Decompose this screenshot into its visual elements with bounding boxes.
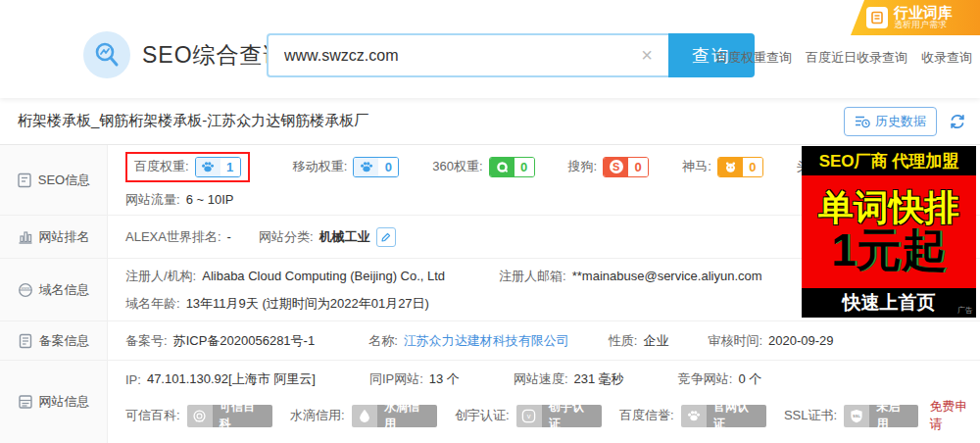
table-row-website: 网站信息 IP: 47.101.130.92[上海市 阿里云] 同IP网站: 1…: [0, 361, 980, 443]
ad-line4: 快速上首页: [843, 290, 936, 316]
ip-label: IP:: [125, 372, 141, 387]
free-apply-link[interactable]: 免费申请: [930, 398, 980, 433]
ssl-cert-label: SSL证书:: [784, 407, 837, 424]
header: SEO综合查询 × 查询 百度权重查询 百度近日收录查询 收录查询 行业词库 透…: [0, 0, 980, 98]
icp-audit-time-label: 审核时间:: [708, 332, 762, 350]
cert-badges-line: 可信百科: 可信百科 水滴信用:: [125, 398, 980, 433]
icp-company-link[interactable]: 江苏众力达建材科技有限公司: [404, 332, 569, 350]
history-data-button[interactable]: 历史数据: [844, 107, 937, 136]
mobile-weight-label: 移动权重:: [293, 158, 348, 175]
same-ip-sites-value: 13 个: [429, 370, 460, 388]
baidu-paw-icon: [196, 158, 220, 176]
baidu-reputation-badge-text: 官网认证: [707, 405, 766, 427]
sidebar-item-seo-info: SEO信息: [0, 145, 108, 215]
ad-line2: 单词快排: [818, 189, 959, 226]
sidebar-item-label: SEO信息: [38, 172, 90, 189]
document-icon: [18, 333, 33, 349]
link-baidu-weight-query[interactable]: 百度权重查询: [715, 49, 792, 67]
server-list-icon: [18, 394, 33, 410]
alexa-rank-value: -: [227, 229, 231, 244]
ip-value: 47.101.130.92[上海市 阿里云]: [147, 370, 316, 388]
sidebar-item-website-info: 网站信息: [0, 361, 108, 443]
waterdrop-credit-badge[interactable]: 水滴信用: [352, 405, 437, 427]
baidu-weight-badge[interactable]: 1: [195, 157, 241, 177]
trusted-encyclopedia-label: 可信百科:: [125, 407, 180, 424]
baidu-weight-label: 百度权重:: [134, 158, 189, 175]
result-title-bar: 桁架楼承板_钢筋桁架楼承板-江苏众力达钢筋楼承板厂 历史数据: [0, 98, 980, 145]
waterdrop-credit-item: 水滴信用: 水滴信用: [290, 405, 437, 427]
shenma-mascot-icon: [718, 158, 743, 176]
baidu-paw-icon: [681, 405, 707, 427]
sogou-s-icon: S: [604, 158, 628, 176]
industry-lexicon-ribbon[interactable]: 行业词库 透析用户需求: [851, 0, 980, 35]
so360-weight-badge[interactable]: 0: [489, 157, 535, 177]
link-index-query[interactable]: 收录查询: [921, 49, 972, 67]
waterdrop-credit-badge-text: 水滴信用: [377, 405, 437, 427]
page-title: 桁架楼承板_钢筋桁架楼承板-江苏众力达钢筋楼承板厂: [18, 112, 844, 130]
sidebar-item-label: 备案信息: [39, 332, 90, 350]
so360-weight-value: 0: [514, 158, 534, 176]
link-baidu-recent-index-query[interactable]: 百度近日收录查询: [806, 49, 907, 67]
svg-text:v: v: [527, 412, 531, 420]
icp-number-value: 苏ICP备2020056281号-1: [173, 332, 316, 350]
refresh-icon[interactable]: [949, 113, 966, 130]
search-input[interactable]: [267, 33, 668, 77]
knownsec-cert-badge[interactable]: v 创宇认证: [516, 405, 602, 427]
shenma-weight-badge[interactable]: 0: [717, 157, 763, 177]
table-row-icp: 备案信息 备案号: 苏ICP备2020056281号-1 名称: 江苏众力达建材…: [0, 321, 980, 361]
sidebar-item-label: 网站信息: [39, 393, 90, 411]
ssl-cert-badge-text: 未启用: [869, 405, 917, 427]
mobile-weight-item: 移动权重: 0: [293, 157, 400, 177]
registrant-value: Alibaba Cloud Computing (Beijing) Co., L…: [202, 269, 445, 283]
icp-audit-time-value: 2020-09-29: [768, 333, 834, 348]
sidebar-item-label: 域名信息: [39, 281, 90, 299]
sidebar-item-label: 网站排名: [39, 228, 90, 246]
baidu-reputation-label: 百度信誉:: [619, 407, 674, 424]
header-links: 百度权重查询 百度近日收录查询 收录查询: [715, 49, 972, 67]
icp-nature-label: 性质:: [609, 332, 638, 350]
magnifier-logo-icon: [83, 31, 130, 78]
shenma-weight-value: 0: [743, 158, 762, 176]
seo-query-page: SEO综合查询 × 查询 百度权重查询 百度近日收录查询 收录查询 行业词库 透…: [0, 0, 980, 443]
ad-tag: 广告: [957, 305, 973, 316]
svg-text:SSL: SSL: [853, 413, 860, 418]
edit-category-icon[interactable]: [376, 227, 396, 247]
ribbon-title: 行业词库: [894, 5, 953, 22]
baidu-weight-highlight-box: 百度权重: 1: [125, 152, 250, 182]
site-category-label: 网站分类:: [259, 228, 314, 246]
knownsec-cert-badge-text: 创宇认证: [542, 405, 602, 427]
ssl-cert-item: SSL证书: SSL 未启用: [784, 405, 918, 427]
same-ip-sites-label: 同IP网站:: [369, 370, 423, 388]
baidu-weight-value: 1: [220, 158, 240, 176]
v-check-icon: v: [516, 405, 542, 427]
mobile-weight-badge[interactable]: 0: [353, 157, 399, 177]
shenma-weight-item: 神马: 0: [682, 157, 763, 177]
waterdrop-icon: [352, 405, 377, 427]
traffic-value: 6 ~ 10IP: [186, 192, 234, 207]
ssl-cert-badge[interactable]: SSL 未启用: [844, 405, 918, 427]
site-speed-label: 网站速度:: [514, 370, 568, 388]
lexicon-book-icon: [866, 7, 888, 28]
sogou-weight-badge[interactable]: S 0: [603, 157, 649, 177]
promo-ad-banner[interactable]: SEO厂商 代理加盟 单词快排 1元起 快速上首页 广告: [802, 146, 976, 318]
site-speed-value: 231 毫秒: [574, 370, 624, 388]
sogou-weight-item: 搜狗: S 0: [568, 157, 650, 177]
sogou-weight-value: 0: [628, 158, 648, 176]
shenma-weight-label: 神马:: [682, 158, 711, 175]
history-button-label: 历史数据: [875, 113, 926, 130]
app-title: SEO综合查询: [142, 40, 287, 71]
so360-weight-item: 360权重: 0: [432, 157, 534, 177]
registrant-email-value: **mainabuse@service.aliyun.com: [572, 269, 762, 283]
sidebar-item-site-ranking: 网站排名: [0, 216, 108, 258]
sidebar-item-domain-info: www 域名信息: [0, 259, 108, 320]
globe-www-icon: www: [18, 282, 33, 298]
baidu-reputation-badge[interactable]: 官网认证: [681, 405, 766, 427]
icp-nature-value: 企业: [643, 332, 668, 350]
trusted-encyclopedia-badge[interactable]: 可信百科: [187, 405, 272, 427]
ad-middle: 单词快排 1元起: [802, 175, 976, 288]
note-icon: [17, 172, 32, 188]
site-category-value: 机械工业: [319, 228, 370, 246]
clear-icon[interactable]: ×: [637, 45, 657, 65]
sidebar-item-icp-info: 备案信息: [0, 321, 108, 360]
waterdrop-credit-label: 水滴信用:: [290, 407, 345, 424]
